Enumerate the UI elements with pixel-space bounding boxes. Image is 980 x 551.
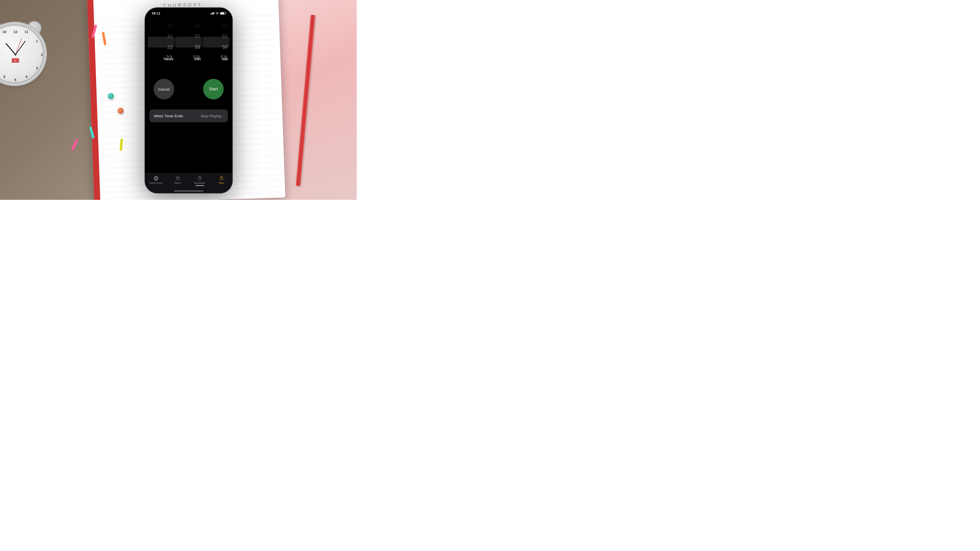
when-timer-ends-row[interactable]: When Timer Ends Stop Playing › [150, 110, 228, 122]
phone: 09:11 [145, 7, 233, 194]
picker-num: 20 [148, 20, 175, 31]
timer-buttons-row: Cancel Start [145, 79, 232, 99]
timer-icon [219, 176, 224, 181]
signal-icon [210, 12, 214, 14]
status-icons [210, 12, 225, 15]
cancel-button[interactable]: Cancel [154, 79, 174, 99]
svg-line-26 [178, 178, 178, 179]
tab-alarm[interactable]: Alarm [169, 176, 186, 184]
svg-line-27 [176, 177, 177, 178]
start-button[interactable]: Start [203, 79, 224, 99]
tab-timer[interactable]: Timer [213, 176, 230, 184]
picker-num: 22 [148, 41, 175, 52]
svg-line-32 [200, 177, 201, 178]
svg-text:3: 3 [36, 66, 38, 70]
tab-world-clock[interactable]: World Clock [148, 176, 165, 184]
timer-ends-value-text: Stop Playing [200, 114, 221, 118]
home-indicator [174, 191, 204, 192]
notch [173, 8, 205, 15]
svg-line-28 [178, 177, 179, 178]
seconds-picker-column[interactable]: 56 57 58 59 sec [203, 20, 229, 64]
globe-icon [153, 176, 159, 181]
svg-text:11: 11 [24, 30, 29, 34]
active-tab-indicator [195, 186, 204, 186]
svg-text:10: 10 [2, 30, 6, 34]
phone-body: 09:11 [145, 7, 233, 194]
time-picker[interactable]: 20 21 22 23 hours 56 57 58 59 min [145, 20, 232, 64]
stopwatch-icon [197, 176, 202, 181]
status-time: 09:11 [152, 11, 161, 15]
tab-stopwatch[interactable]: Stopwatch [191, 176, 208, 184]
svg-text:d+: d+ [14, 59, 17, 62]
picker-seconds-label: sec [222, 57, 228, 61]
tab-alarm-label: Alarm [175, 182, 181, 184]
chevron-right-icon: › [222, 114, 223, 118]
svg-text:4: 4 [25, 75, 27, 79]
picker-num: 56 [175, 20, 202, 31]
battery-fill [221, 13, 224, 14]
tab-bar: World Clock Alarm [145, 173, 232, 193]
svg-line-12 [6, 44, 16, 55]
tab-stopwatch-label: Stopwatch [194, 182, 205, 184]
hours-picker-column[interactable]: 20 21 22 23 hours [148, 20, 175, 64]
picker-num: 57 [203, 31, 229, 41]
timer-ends-value: Stop Playing › [200, 114, 223, 118]
clock-body: 12 1 2 3 4 5 6 7 8 9 10 11 d+ [0, 24, 44, 83]
svg-point-15 [14, 54, 16, 56]
battery-icon [220, 12, 225, 15]
picker-num: 57 [175, 31, 202, 41]
picker-num: 58 [175, 41, 202, 52]
svg-line-14 [16, 39, 22, 55]
tab-world-clock-label: World Clock [150, 182, 163, 184]
pushpin-teal [108, 93, 114, 99]
phone-screen: 09:11 [145, 8, 232, 193]
svg-text:5: 5 [14, 78, 16, 82]
svg-text:12: 12 [13, 30, 18, 34]
wifi-icon [215, 12, 219, 15]
picker-num: 58 [203, 41, 229, 52]
svg-text:6: 6 [3, 75, 5, 79]
svg-line-13 [16, 41, 25, 55]
tab-timer-label: Timer [218, 182, 224, 184]
svg-text:2: 2 [41, 52, 43, 57]
svg-point-18 [217, 14, 217, 14]
picker-num: 21 [148, 31, 175, 41]
alarm-icon [175, 176, 181, 181]
svg-text:1: 1 [36, 39, 38, 43]
picker-num: 56 [203, 20, 229, 31]
minutes-picker-column[interactable]: 56 57 58 59 min [175, 20, 202, 64]
when-timer-ends-label: When Timer Ends [154, 114, 183, 118]
pushpin-orange [118, 108, 124, 114]
picker-hours-label: hours [164, 57, 173, 61]
picker-minutes-label: min [194, 57, 201, 61]
analog-clock: 12 1 2 3 4 5 6 7 8 9 10 11 d+ [0, 20, 49, 88]
